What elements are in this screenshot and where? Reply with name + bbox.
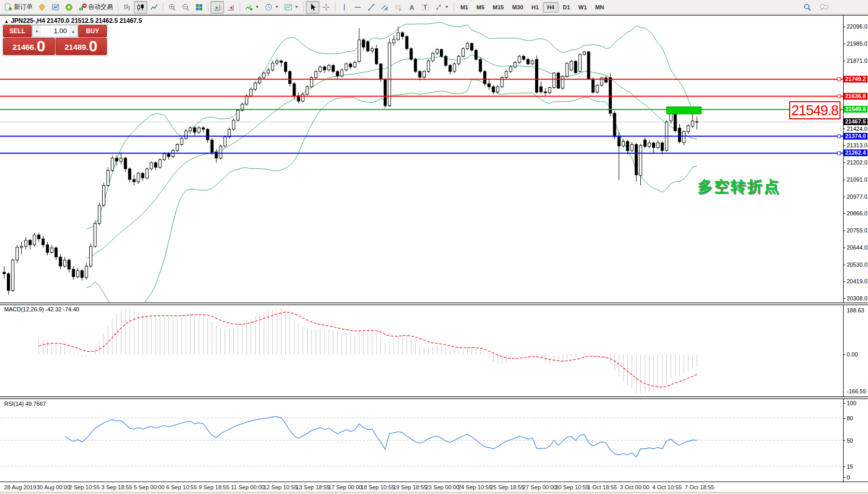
collapse-triangle-icon[interactable]: ▲	[4, 19, 9, 24]
volume-input[interactable]: 1.00	[41, 25, 69, 37]
text-label-button[interactable]: T	[418, 1, 432, 13]
price-level-tag[interactable]: 21636.8	[844, 93, 867, 100]
price-level-tag[interactable]: 21467.5	[844, 118, 867, 125]
price-tick-label: 20308.0	[847, 295, 867, 301]
volume-box: ▼ 1.00 ▲	[32, 25, 78, 37]
time-axis-label: 13 Sep 18:55	[296, 484, 330, 490]
axis-tick	[843, 248, 845, 248]
bar-chart-button[interactable]	[120, 1, 134, 13]
templates-button[interactable]: ▼	[282, 1, 301, 13]
timeframe-m30[interactable]: M30	[508, 2, 527, 12]
clock-icon	[264, 3, 273, 11]
zoom-in-button[interactable]	[165, 1, 179, 13]
text-button[interactable]: A	[405, 1, 418, 13]
price-level-tag[interactable]: 21262.4	[844, 149, 867, 156]
buy-label: BUY	[86, 28, 99, 35]
timeframe-h4[interactable]: H4	[543, 2, 558, 12]
indicators-button[interactable]: ▼	[242, 1, 262, 13]
new-order-button[interactable]: 新订单	[2, 1, 35, 13]
macd-indicator-label: MACD(12,26,9) -42.32 -74.40	[4, 306, 79, 312]
axis-tick	[843, 466, 845, 467]
timeframe-m1[interactable]: M1	[456, 2, 472, 12]
price-tick-label: 22096.0	[847, 23, 867, 30]
timeframe-mn[interactable]: MN	[591, 2, 608, 12]
volume-down-button[interactable]: ▼	[33, 25, 41, 37]
sell-button[interactable]: SELL	[3, 25, 32, 37]
timeframe-m15[interactable]: M15	[488, 2, 508, 12]
price-callout-label[interactable]: 21549.8	[789, 101, 841, 119]
rsi-panel[interactable]	[0, 399, 843, 482]
price-tick-label: 21313.0	[847, 142, 867, 148]
axis-tick	[843, 230, 845, 231]
search-button[interactable]	[801, 1, 814, 13]
axis-tick	[843, 162, 845, 163]
text-label-icon: T	[421, 3, 429, 11]
time-axis-label: 24 Sep 10:55	[458, 484, 492, 490]
rsi-tick-label: 80	[847, 415, 853, 421]
price-level-tag[interactable]: 21549.8	[844, 106, 867, 113]
arrows-icon	[435, 3, 443, 11]
auto-scroll-button[interactable]	[211, 1, 224, 13]
horizontal-line-icon	[354, 3, 362, 11]
trendline-button[interactable]	[365, 1, 378, 13]
tile-windows-button[interactable]	[192, 1, 206, 13]
market-watch-button[interactable]	[35, 1, 49, 13]
macd-panel[interactable]	[0, 305, 843, 396]
chat-button[interactable]	[817, 1, 831, 13]
time-axis-label: 3 Oct 00:00	[620, 484, 650, 490]
chart-shift-button[interactable]	[224, 1, 237, 13]
turning-point-annotation[interactable]: 多空转折点	[697, 176, 780, 197]
time-axis-label: 12 Sep 10:55	[263, 484, 297, 490]
timeframe-m5[interactable]: M5	[472, 2, 488, 12]
time-axis-label: 28 Aug 2019	[4, 484, 36, 490]
crosshair-button[interactable]	[319, 1, 333, 13]
volume-up-button[interactable]: ▲	[69, 25, 77, 37]
candlestick-chart-button[interactable]	[134, 1, 147, 13]
time-axis-label: 6 Sep 10:55	[166, 484, 197, 490]
zoom-out-icon	[181, 3, 190, 11]
timeframe-h1[interactable]: H1	[527, 2, 543, 12]
rsi-tick-label: 100	[847, 400, 856, 406]
buy-price: 21489.	[64, 40, 88, 54]
cursor-button[interactable]	[306, 1, 319, 13]
autotrading-icon	[78, 3, 87, 11]
main-chart[interactable]	[0, 16, 843, 303]
new-order-label: 新订单	[14, 3, 33, 11]
equidistant-channel-button[interactable]: E	[378, 1, 391, 13]
price-level-tag[interactable]: 21749.2	[844, 76, 867, 83]
time-axis-label: 7 Oct 18:55	[685, 484, 715, 490]
time-axis-label: 3 Sep 18:55	[102, 484, 132, 490]
time-axis-label: 4 Oct 10:55	[652, 484, 682, 490]
horizontal-line-button[interactable]	[351, 1, 365, 13]
symbol-info-row[interactable]: ▲JPN225-,H4 21470.0 21512.5 21462.5 2146…	[4, 17, 142, 24]
autotrading-button[interactable]: 自动交易	[76, 1, 116, 13]
sell-price-button[interactable]: 21466.0	[3, 38, 55, 55]
indicators-icon	[245, 3, 253, 11]
axis-tick	[843, 129, 845, 129]
time-axis-label: 11 Sep 00:00	[231, 484, 265, 490]
timeframe-d1[interactable]: D1	[558, 2, 574, 12]
price-tick-label: 21091.0	[847, 176, 867, 183]
buy-price-button[interactable]: 21489.0	[55, 38, 107, 55]
arrows-button[interactable]: ▼	[432, 1, 452, 13]
separator	[118, 2, 118, 12]
axis-tick	[843, 477, 845, 478]
profiles-button[interactable]	[49, 1, 62, 13]
candlestick-chart-icon	[136, 3, 145, 11]
axis-tick	[843, 403, 845, 404]
new-order-icon	[4, 3, 12, 11]
timeframe-w1[interactable]: W1	[574, 2, 591, 12]
fibonacci-button[interactable]: F	[391, 1, 405, 13]
buy-button[interactable]: BUY	[78, 25, 107, 37]
periods-button[interactable]: ▼	[262, 1, 282, 13]
time-axis-label: 30 Sep 10:55	[555, 484, 589, 490]
line-chart-button[interactable]	[147, 1, 161, 13]
signals-button[interactable]	[62, 1, 76, 13]
auto-scroll-icon	[213, 3, 221, 11]
separator	[240, 2, 240, 12]
axis-tick	[843, 44, 845, 44]
zoom-out-button[interactable]	[179, 1, 192, 13]
price-level-tag[interactable]: 21374.0	[844, 133, 867, 140]
vertical-line-button[interactable]	[338, 1, 351, 13]
price-tick-label: 20419.0	[847, 278, 867, 284]
